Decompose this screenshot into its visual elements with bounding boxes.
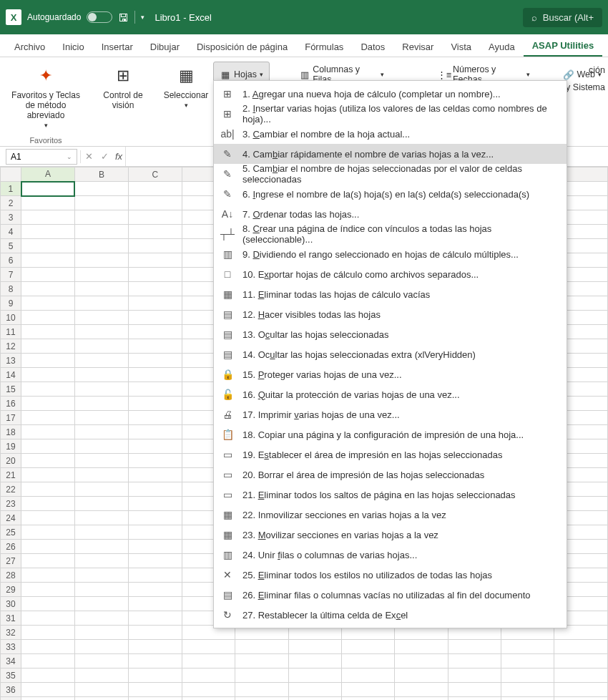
cell[interactable]: [128, 210, 182, 225]
cell[interactable]: [74, 611, 128, 626]
tab-fórmulas[interactable]: Fórmulas: [296, 37, 352, 57]
cell[interactable]: [128, 482, 182, 497]
cell[interactable]: [448, 669, 501, 683]
row-header-12[interactable]: 12: [1, 339, 21, 354]
menu-item-2[interactable]: ⊞2. Insertar varias hojas (utiliza los v…: [214, 104, 567, 124]
cell[interactable]: [21, 626, 75, 640]
menu-item-7[interactable]: A↓7. Ordenar todas las hojas...: [214, 204, 567, 224]
row-header-21[interactable]: 21: [1, 468, 21, 482]
cell[interactable]: [21, 368, 75, 382]
cell[interactable]: [74, 425, 128, 439]
cell[interactable]: [288, 654, 341, 669]
menu-item-19[interactable]: ▭19. Establecer el área de impresión en …: [214, 444, 567, 465]
cell[interactable]: [395, 654, 448, 669]
cell[interactable]: [501, 683, 554, 697]
cell[interactable]: [21, 683, 75, 697]
row-header-2[interactable]: 2: [1, 196, 21, 210]
cell[interactable]: [74, 239, 128, 253]
row-header-13[interactable]: 13: [1, 354, 21, 368]
cell[interactable]: [288, 669, 341, 683]
tab-asap-utilities[interactable]: ASAP Utilities: [524, 36, 602, 57]
row-header-35[interactable]: 35: [1, 669, 21, 683]
cell[interactable]: [21, 382, 75, 397]
row-header-25[interactable]: 25: [1, 525, 21, 540]
cell[interactable]: [21, 225, 75, 239]
row-header-16[interactable]: 16: [1, 397, 21, 411]
cell[interactable]: [74, 669, 128, 683]
tab-inicio[interactable]: Inicio: [54, 37, 92, 57]
row-header-32[interactable]: 32: [1, 626, 21, 640]
row-header-24[interactable]: 24: [1, 511, 21, 525]
cell[interactable]: [128, 583, 182, 597]
row-header-9[interactable]: 9: [1, 296, 21, 311]
row-header-15[interactable]: 15: [1, 382, 21, 397]
cell[interactable]: [448, 640, 501, 654]
tab-disposición-de-página[interactable]: Disposición de página: [188, 37, 296, 57]
cell[interactable]: [74, 368, 128, 382]
cell[interactable]: [74, 196, 128, 210]
cell[interactable]: [21, 439, 75, 454]
menu-item-16[interactable]: 🔓16. Quitar la protección de varias hoja…: [214, 384, 567, 404]
cell[interactable]: [288, 697, 341, 701]
row-header-4[interactable]: 4: [1, 225, 21, 239]
search-box[interactable]: ⌕ Buscar (Alt+: [523, 8, 602, 27]
cell[interactable]: [128, 368, 182, 382]
cell[interactable]: [74, 597, 128, 611]
cell[interactable]: [74, 482, 128, 497]
cell[interactable]: [21, 554, 75, 568]
menu-item-3[interactable]: ab|3. Cambiar el nombre de la hoja actua…: [214, 124, 567, 144]
col-header-A[interactable]: A: [21, 167, 75, 182]
cell[interactable]: [74, 225, 128, 239]
row-header-10[interactable]: 10: [1, 311, 21, 325]
cell[interactable]: [128, 425, 182, 439]
cell[interactable]: [74, 397, 128, 411]
cancel-icon[interactable]: ✕: [81, 151, 97, 162]
cell[interactable]: [74, 697, 128, 701]
cell[interactable]: [128, 626, 182, 640]
cell[interactable]: [21, 540, 75, 554]
cell[interactable]: [21, 253, 75, 268]
cell[interactable]: [74, 282, 128, 296]
select-button[interactable]: ▦ Seleccionar ▾: [160, 62, 212, 113]
cell[interactable]: [128, 253, 182, 268]
cell[interactable]: [21, 239, 75, 253]
cell[interactable]: [21, 268, 75, 282]
menu-item-20[interactable]: ▭20. Borrar el área de impresión de las …: [214, 465, 567, 485]
cell[interactable]: [21, 425, 75, 439]
row-header-31[interactable]: 31: [1, 611, 21, 626]
tab-archivo[interactable]: Archivo: [6, 37, 54, 57]
qat-dropdown-icon[interactable]: ▾: [141, 14, 144, 21]
cell[interactable]: [74, 210, 128, 225]
cell[interactable]: [235, 669, 288, 683]
row-header-22[interactable]: 22: [1, 482, 21, 497]
menu-item-1[interactable]: ⊞1. Agregar una nueva hoja de cálculo (c…: [214, 84, 567, 104]
cell[interactable]: [74, 339, 128, 354]
cell[interactable]: [74, 654, 128, 669]
row-header-11[interactable]: 11: [1, 325, 21, 339]
cell[interactable]: [182, 640, 235, 654]
cell[interactable]: [21, 182, 75, 196]
cell[interactable]: [182, 654, 235, 669]
cell[interactable]: [128, 225, 182, 239]
menu-item-22[interactable]: ▦22. Inmovilizar secciones en varias hoj…: [214, 505, 567, 525]
cell[interactable]: [74, 640, 128, 654]
cell[interactable]: [74, 568, 128, 583]
cell[interactable]: [21, 210, 75, 225]
cell[interactable]: [501, 669, 554, 683]
row-header-5[interactable]: 5: [1, 239, 21, 253]
menu-item-13[interactable]: ▤13. Ocultar las hojas seleccionadas: [214, 324, 567, 344]
cell[interactable]: [21, 282, 75, 296]
cell[interactable]: [74, 411, 128, 425]
menu-item-12[interactable]: ▤12. Hacer visibles todas las hojas: [214, 304, 567, 324]
row-header-30[interactable]: 30: [1, 597, 21, 611]
cell[interactable]: [74, 268, 128, 282]
cell[interactable]: [128, 611, 182, 626]
menu-item-4[interactable]: ✎4. Cambiar rápidamente el nombre de var…: [214, 144, 567, 164]
cell[interactable]: [128, 525, 182, 540]
vision-control-button[interactable]: ⊞ Control de visión: [97, 62, 149, 113]
row-header-7[interactable]: 7: [1, 268, 21, 282]
cell[interactable]: [21, 454, 75, 468]
cell[interactable]: [74, 554, 128, 568]
cell[interactable]: [74, 296, 128, 311]
cell[interactable]: [128, 354, 182, 368]
